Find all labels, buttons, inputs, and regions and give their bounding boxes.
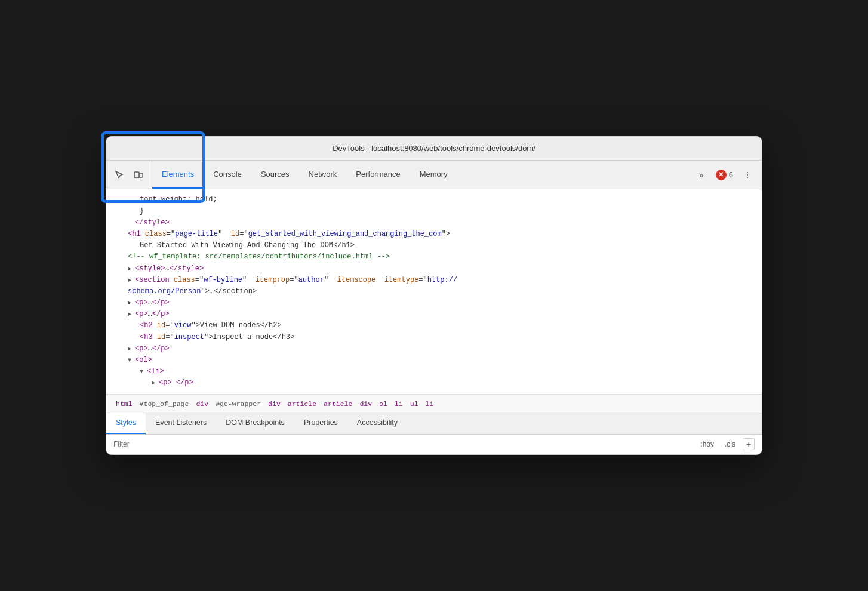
dom-line[interactable]: <!-- wf_template: src/templates/contribu… — [106, 251, 762, 263]
dom-line[interactable]: <h1 class="page-title" id="get_started_w… — [106, 229, 762, 240]
breadcrumb-ol[interactable]: ol — [377, 399, 390, 409]
dom-line[interactable]: <h3 id="inspect">Inspect a node</h3> — [106, 332, 762, 343]
devtools-window-wrapper: DevTools - localhost:8080/web/tools/chro… — [106, 136, 762, 454]
tab-network[interactable]: Network — [299, 161, 347, 189]
dom-line[interactable]: font-weight: bold; — [106, 194, 762, 205]
breadcrumb-article-2[interactable]: article — [321, 399, 355, 409]
dom-line[interactable]: ▶<p>…</p> — [106, 309, 762, 320]
device-toggle-button[interactable] — [130, 167, 147, 183]
tab-event-listeners[interactable]: Event Listeners — [146, 413, 216, 434]
toolbar: Elements Console Sources Network Perform… — [106, 161, 762, 189]
cls-button[interactable]: .cls — [721, 439, 739, 450]
breadcrumb-top-of-page[interactable]: #top_of_page — [137, 399, 192, 409]
breadcrumb-div-3[interactable]: div — [357, 399, 374, 409]
breadcrumb-ul[interactable]: ul — [408, 399, 421, 409]
breadcrumb-html[interactable]: html — [113, 399, 135, 409]
tab-elements[interactable]: Elements — [152, 161, 204, 189]
inspect-element-button[interactable] — [111, 167, 128, 183]
title-bar: DevTools - localhost:8080/web/tools/chro… — [106, 137, 762, 161]
svg-rect-0 — [134, 172, 139, 178]
menu-button[interactable]: ⋮ — [739, 167, 756, 183]
breadcrumb-div-1[interactable]: div — [193, 399, 211, 409]
tab-memory[interactable]: Memory — [410, 161, 457, 189]
dom-line[interactable]: ▶<style>…</style> — [106, 263, 762, 275]
add-filter-button[interactable]: + — [743, 438, 755, 450]
dom-line[interactable]: } — [106, 206, 762, 217]
breadcrumb-gc-wrapper[interactable]: #gc-wrapper — [213, 399, 263, 409]
title-bar-title: DevTools - localhost:8080/web/tools/chro… — [333, 144, 535, 153]
dom-line[interactable]: <h2 id="view">View DOM nodes</h2> — [106, 320, 762, 331]
filter-buttons: :hov .cls + — [697, 438, 755, 450]
dom-line[interactable]: schema.org/Person">…</section> — [106, 286, 762, 297]
filter-bar: :hov .cls + — [106, 435, 762, 454]
dom-line[interactable]: ▼<li> — [106, 366, 762, 377]
dom-line[interactable]: Get Started With Viewing And Changing Th… — [106, 240, 762, 251]
hov-button[interactable]: :hov — [697, 439, 718, 450]
error-icon: ✕ — [716, 170, 727, 180]
dom-line[interactable]: ▼<ol> — [106, 355, 762, 366]
breadcrumb-li-1[interactable]: li — [392, 399, 405, 409]
dom-line[interactable]: ▶<section class="wf-byline" itemprop="au… — [106, 275, 762, 286]
dom-line[interactable]: ▶<p>…</p> — [106, 343, 762, 355]
breadcrumb-article-1[interactable]: article — [285, 399, 319, 409]
breadcrumb-bar: html #top_of_page div #gc-wrapper div ar… — [106, 395, 762, 413]
tab-performance[interactable]: Performance — [346, 161, 410, 189]
tab-accessibility[interactable]: Accessibility — [347, 413, 407, 434]
toolbar-tabs: Elements Console Sources Network Perform… — [152, 161, 687, 189]
devtools-window: DevTools - localhost:8080/web/tools/chro… — [106, 136, 762, 454]
dom-line[interactable]: ▶<p> </p> — [106, 377, 762, 389]
dom-line[interactable]: ▶<p>…</p> — [106, 297, 762, 309]
tab-dom-breakpoints[interactable]: DOM Breakpoints — [216, 413, 294, 434]
tab-sources[interactable]: Sources — [251, 161, 299, 189]
more-tabs-button[interactable]: » — [693, 167, 710, 183]
tab-styles[interactable]: Styles — [106, 413, 146, 434]
lower-tabs: Styles Event Listeners DOM Breakpoints P… — [106, 413, 762, 435]
tab-console[interactable]: Console — [204, 161, 251, 189]
filter-input[interactable] — [113, 440, 697, 448]
svg-rect-1 — [140, 173, 143, 177]
breadcrumb-li-2[interactable]: li — [423, 399, 436, 409]
error-count: 6 — [729, 170, 733, 179]
toolbar-right: » ✕ 6 ⋮ — [687, 161, 762, 189]
breadcrumb-div-2[interactable]: div — [266, 399, 283, 409]
error-badge[interactable]: ✕ 6 — [713, 168, 735, 181]
tab-properties[interactable]: Properties — [294, 413, 347, 434]
dom-line[interactable]: </style> — [106, 217, 762, 229]
toolbar-icons — [106, 161, 152, 189]
dom-panel: font-weight: bold; } </style> <h1 class=… — [106, 189, 762, 394]
